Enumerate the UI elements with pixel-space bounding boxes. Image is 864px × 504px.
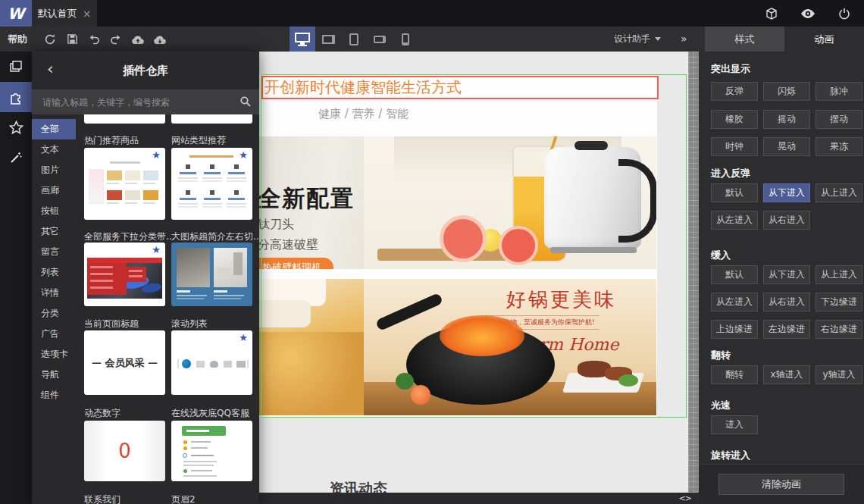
kettle-lid bbox=[574, 141, 608, 150]
category-nav[interactable]: 导航 bbox=[32, 365, 76, 385]
tab-animation[interactable]: 动画 bbox=[784, 27, 864, 52]
plugin-card-dynamic-number[interactable]: 0 bbox=[84, 421, 165, 481]
page-title-module[interactable]: 开创新时代健康智能生活方式 bbox=[261, 76, 659, 99]
bouncein-default-button[interactable]: 默认 bbox=[711, 183, 758, 202]
highlight-bounce-button[interactable]: 反弹 bbox=[711, 82, 758, 101]
tab-style[interactable]: 样式 bbox=[705, 27, 784, 52]
plugin-card-hot-products[interactable]: ★ bbox=[84, 148, 165, 220]
favorite-star-icon[interactable]: ★ bbox=[152, 149, 161, 161]
easein-default-button[interactable]: 默认 bbox=[711, 265, 758, 284]
cloud-download-icon[interactable] bbox=[152, 32, 167, 47]
category-button[interactable]: 按钮 bbox=[32, 201, 76, 221]
easein-top-edge-button[interactable]: 上边缘进 bbox=[711, 320, 758, 339]
plugin-card-site-types[interactable]: ★ bbox=[171, 148, 252, 220]
sidebar-plugins-icon[interactable] bbox=[0, 82, 32, 112]
plugin-card-dropdown-nav[interactable]: ★ bbox=[84, 243, 165, 306]
banner1-cta-button[interactable]: 热破壁料理机 bbox=[259, 258, 333, 269]
design-assistant-dropdown[interactable]: 设计助手 bbox=[614, 27, 661, 52]
highlight-swing-button[interactable]: 摆动 bbox=[815, 110, 862, 129]
design-canvas[interactable]: 开创新时代健康智能生活方式 健康 / 营养 / 智能 全新配置 钛刀头 分高速破… bbox=[259, 52, 688, 493]
category-detail[interactable]: 详情 bbox=[32, 283, 76, 303]
undo-icon[interactable] bbox=[86, 32, 102, 47]
easein-right-button[interactable]: 从右进入 bbox=[763, 293, 810, 311]
highlight-shake-button[interactable]: 摇动 bbox=[763, 110, 810, 129]
category-gallery[interactable]: 画廊 bbox=[32, 180, 76, 201]
bouncein-right-button[interactable]: 从右进入 bbox=[763, 211, 810, 230]
grapefruit-1 bbox=[440, 215, 487, 262]
highlight-pulse-button[interactable]: 脉冲 bbox=[815, 82, 862, 101]
sidebar-pages-icon[interactable] bbox=[0, 52, 32, 82]
news-section-title[interactable]: 资讯动态 bbox=[330, 479, 387, 493]
favorite-star-icon[interactable]: ★ bbox=[152, 244, 161, 255]
bouncein-left-button[interactable]: 从左进入 bbox=[711, 211, 758, 230]
tab-close-icon[interactable]: × bbox=[83, 8, 92, 20]
category-list-cat[interactable]: 列表 bbox=[32, 262, 76, 283]
canvas-scroll-strip[interactable] bbox=[688, 52, 699, 493]
help-button[interactable]: 帮助 bbox=[8, 27, 27, 52]
plugin-card-scroll-list[interactable]: ★ bbox=[171, 330, 252, 395]
category-classify[interactable]: 分类 bbox=[32, 303, 76, 324]
category-text[interactable]: 文本 bbox=[32, 139, 76, 160]
category-image[interactable]: 图片 bbox=[32, 160, 76, 180]
plugin-card-current-page-title[interactable]: — 会员风采 — bbox=[84, 330, 165, 395]
device-phone-portrait-button[interactable] bbox=[393, 27, 418, 52]
device-phone-landscape-button[interactable] bbox=[367, 27, 393, 52]
category-component[interactable]: 组件 bbox=[32, 385, 76, 405]
easein-top-button[interactable]: 从上进入 bbox=[815, 265, 862, 284]
page-tab[interactable]: 默认首页 × bbox=[32, 0, 97, 27]
panel-back-icon[interactable]: ‹ bbox=[47, 58, 54, 80]
category-tabs[interactable]: 选项卡 bbox=[32, 344, 76, 365]
bread-slice-2 bbox=[259, 300, 311, 327]
section-ease-in: 缓入 bbox=[711, 249, 731, 262]
plugin-card-partial-1[interactable] bbox=[84, 114, 165, 124]
easein-bottom-edge-button[interactable]: 下边缘进 bbox=[815, 293, 862, 311]
bouncein-bottom-button[interactable]: 从下进入 bbox=[763, 183, 810, 202]
cloud-upload-icon[interactable] bbox=[130, 32, 146, 47]
highlight-rubber-button[interactable]: 橡胶 bbox=[711, 110, 758, 129]
banner-module-2[interactable]: 好锅更美味 无忧购物，至诚服务为你保驾护航! Warm Home bbox=[259, 279, 656, 415]
power-exit-icon[interactable] bbox=[837, 6, 852, 21]
flip-y-axis-button[interactable]: y轴进入 bbox=[815, 365, 862, 384]
favorite-star-icon[interactable]: ★ bbox=[239, 332, 248, 343]
save-icon[interactable] bbox=[64, 32, 80, 47]
easein-right-edge-button[interactable]: 右边缘进 bbox=[815, 320, 862, 339]
highlight-flash-button[interactable]: 闪烁 bbox=[763, 82, 810, 101]
refresh-icon[interactable] bbox=[42, 32, 58, 47]
plugin-search-input[interactable] bbox=[32, 89, 241, 114]
easein-bottom-button[interactable]: 从下进入 bbox=[763, 265, 810, 284]
sidebar-wand-icon[interactable] bbox=[0, 142, 32, 173]
easein-left-button[interactable]: 从左进入 bbox=[711, 293, 758, 311]
kettle-photo bbox=[364, 136, 656, 269]
category-message[interactable]: 留言 bbox=[32, 242, 76, 262]
plugin-card-title: 在线浅灰底QQ客服 bbox=[171, 407, 259, 420]
category-other[interactable]: 其它 bbox=[32, 221, 76, 242]
device-laptop-button[interactable] bbox=[315, 27, 341, 52]
code-view-icon[interactable]: <> bbox=[679, 493, 691, 503]
more-tools-button[interactable]: » bbox=[681, 27, 687, 52]
device-tablet-button[interactable] bbox=[341, 27, 367, 52]
favorite-star-icon[interactable]: ★ bbox=[239, 149, 248, 161]
flip-flip-button[interactable]: 翻转 bbox=[711, 365, 758, 384]
plugin-card-partial-2[interactable] bbox=[171, 114, 252, 124]
redo-icon[interactable] bbox=[108, 32, 124, 47]
page-subtitle[interactable]: 健康 / 营养 / 智能 bbox=[318, 107, 409, 121]
search-icon[interactable] bbox=[239, 95, 252, 111]
flip-x-axis-button[interactable]: x轴进入 bbox=[763, 365, 810, 384]
category-all[interactable]: 全部 bbox=[32, 119, 76, 139]
highlight-wobble-button[interactable]: 晃动 bbox=[763, 137, 810, 156]
preview-eye-icon[interactable] bbox=[800, 6, 815, 21]
highlight-clock-button[interactable]: 时钟 bbox=[711, 137, 758, 156]
lightspeed-in-button[interactable]: 进入 bbox=[711, 415, 758, 434]
sidebar-favorites-icon[interactable] bbox=[0, 112, 32, 142]
publish-box-icon[interactable] bbox=[764, 6, 779, 21]
animation-panel-footer: 清除动画 bbox=[699, 464, 864, 504]
highlight-jelly-button[interactable]: 果冻 bbox=[815, 137, 862, 156]
plugin-card-qq-service[interactable] bbox=[171, 421, 252, 481]
banner-module-1[interactable]: 全新配置 钛刀头 分高速破壁 热破壁料理机 bbox=[259, 136, 656, 269]
bouncein-top-button[interactable]: 从上进入 bbox=[815, 183, 862, 202]
plugin-card-big-image-switch[interactable] bbox=[171, 243, 252, 306]
device-desktop-button[interactable] bbox=[290, 27, 315, 52]
easein-left-edge-button[interactable]: 左边缘进 bbox=[763, 320, 810, 339]
clear-animation-button[interactable]: 清除动画 bbox=[718, 474, 844, 495]
category-ad[interactable]: 广告 bbox=[32, 324, 76, 344]
